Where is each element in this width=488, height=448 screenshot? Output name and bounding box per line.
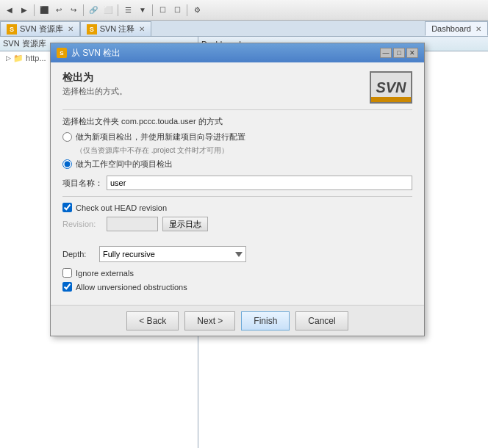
toolbar-icon-1[interactable]: ◀ [3, 4, 16, 17]
ignore-externals-checkbox[interactable] [62, 268, 72, 278]
ignore-externals-row[interactable]: Ignore externals [62, 268, 412, 278]
dialog-separator-2 [62, 196, 412, 197]
toolbar-icon-5[interactable]: ↪ [67, 4, 80, 17]
svn-logo-bar [371, 97, 411, 102]
tab-svn-annotate-close[interactable]: ✕ [139, 25, 145, 33]
tab-dashboard-close[interactable]: ✕ [476, 25, 481, 33]
svn-logo-text: SVN [376, 79, 406, 96]
toolbar-icon-11[interactable]: ☐ [171, 4, 184, 17]
depth-select[interactable]: Fully recursive Immediate children Only … [99, 246, 246, 262]
project-name-label: 项目名称： [62, 178, 107, 189]
toolbar-icon-9[interactable]: ▼ [136, 4, 149, 17]
checkout-head-label: Check out HEAD revision [76, 203, 167, 212]
toolbar-icon-3[interactable]: ⬛ [37, 4, 51, 17]
show-log-button[interactable]: 显示日志 [162, 217, 208, 231]
next-button[interactable]: Next > [184, 311, 235, 330]
toolbar-icon-2[interactable]: ▶ [18, 4, 31, 17]
tab-dashboard-label: Dashboard [431, 24, 471, 33]
radio-workspace-project-input[interactable] [62, 159, 72, 169]
svn-annotate-icon: S [87, 24, 97, 35]
cancel-button[interactable]: Cancel [295, 311, 348, 330]
spacer-1 [62, 234, 412, 240]
ignore-externals-label: Ignore externals [76, 269, 134, 278]
radio-new-project-label: 做为新项目检出，并使用新建项目向导进行配置 [76, 131, 245, 142]
back-button[interactable]: < Back [126, 311, 179, 330]
allow-unversioned-checkbox[interactable] [62, 282, 72, 292]
tab-svn-resource[interactable]: S SVN 资源库 ✕ [0, 21, 80, 36]
toolbar-separator-4 [152, 4, 153, 16]
radio-option-new-project[interactable]: 做为新项目检出，并使用新建项目向导进行配置 [62, 131, 412, 142]
finish-button[interactable]: Finish [241, 311, 290, 330]
dialog-body: 检出为 选择检出的方式。 SVN 选择检出文件夹 com.pccc.touda.… [51, 62, 424, 305]
dialog-title-text: 从 SVN 检出 [71, 47, 380, 59]
revision-row: Revision: 显示日志 [62, 217, 412, 231]
dialog-header-row: 检出为 选择检出的方式。 SVN [62, 71, 412, 104]
dialog-maximize-btn[interactable]: □ [393, 48, 405, 58]
tab-dashboard[interactable]: Dashboard ✕ [425, 21, 488, 36]
dialog-footer: < Back Next > Finish Cancel [51, 305, 424, 336]
toolbar-icon-10[interactable]: ☐ [156, 4, 169, 17]
radio-workspace-project-label: 做为工作空间中的项目检出 [76, 159, 173, 170]
toolbar-icon-12[interactable]: ⚙ [190, 4, 204, 17]
dialog-separator-1 [62, 109, 412, 110]
tab-svn-annotate-label: SVN 注释 [100, 24, 135, 35]
toolbar-icon-6[interactable]: 🔗 [87, 4, 100, 17]
dialog-header-text: 检出为 选择检出的方式。 [62, 71, 127, 97]
project-name-input[interactable] [107, 176, 412, 190]
dialog-section-label: 选择检出文件夹 com.pccc.touda.user 的方式 [62, 116, 412, 127]
radio-option-1-hint: （仅当资源库中不存在 .project 文件时才可用） [76, 145, 412, 156]
toolbar-icon-7[interactable]: ⬜ [101, 4, 115, 17]
svn-logo: SVN [370, 71, 412, 104]
allow-unversioned-row[interactable]: Allow unversioned obstructions [62, 282, 412, 292]
tabbar: S SVN 资源库 ✕ S SVN 注释 ✕ Dashboard ✕ [0, 21, 488, 37]
toolbar-icon-8[interactable]: ☰ [121, 4, 134, 17]
project-name-row: 项目名称： [62, 176, 412, 190]
dialog-titlebar: S 从 SVN 检出 — □ ✕ [51, 43, 424, 62]
toolbar-separator-5 [187, 4, 187, 16]
toolbar-separator-2 [83, 4, 84, 16]
toolbar-icon-4[interactable]: ↩ [52, 4, 65, 17]
tab-svn-resource-label: SVN 资源库 [20, 24, 63, 35]
tab-svn-annotate[interactable]: S SVN 注释 ✕ [80, 21, 152, 36]
dialog-title-icon: S [57, 48, 67, 58]
revision-input[interactable] [107, 217, 158, 231]
dialog-close-btn[interactable]: ✕ [406, 48, 418, 58]
svn-resource-icon: S [7, 24, 17, 35]
dialog-controls: — □ ✕ [380, 48, 418, 58]
tree-item-root-label: 📁 http... [13, 54, 46, 63]
radio-new-project-input[interactable] [62, 132, 72, 142]
dialog-subtitle: 选择检出的方式。 [62, 86, 127, 97]
revision-label: Revision: [62, 220, 107, 228]
depth-row: Depth: Fully recursive Immediate childre… [62, 246, 412, 262]
dialog-minimize-btn[interactable]: — [380, 48, 392, 58]
allow-unversioned-label: Allow unversioned obstructions [76, 283, 187, 292]
toolbar-separator-3 [118, 4, 118, 16]
svn-checkout-dialog: S 从 SVN 检出 — □ ✕ 检出为 选择检出的方式。 SVN 选择检出文件… [50, 43, 425, 336]
checkout-head-row[interactable]: Check out HEAD revision [62, 203, 412, 212]
checkout-head-checkbox[interactable] [62, 203, 72, 212]
depth-label: Depth: [62, 250, 99, 259]
radio-option-workspace-project[interactable]: 做为工作空间中的项目检出 [62, 159, 412, 170]
toolbar: ◀ ▶ ⬛ ↩ ↪ 🔗 ⬜ ☰ ▼ ☐ ☐ ⚙ [0, 0, 488, 21]
left-panel-title: SVN 资源库 [3, 38, 46, 49]
dialog-main-title: 检出为 [62, 71, 127, 84]
tree-arrow-root: ▷ [6, 54, 13, 62]
tab-svn-resource-close[interactable]: ✕ [68, 25, 73, 33]
toolbar-separator-1 [34, 4, 35, 16]
